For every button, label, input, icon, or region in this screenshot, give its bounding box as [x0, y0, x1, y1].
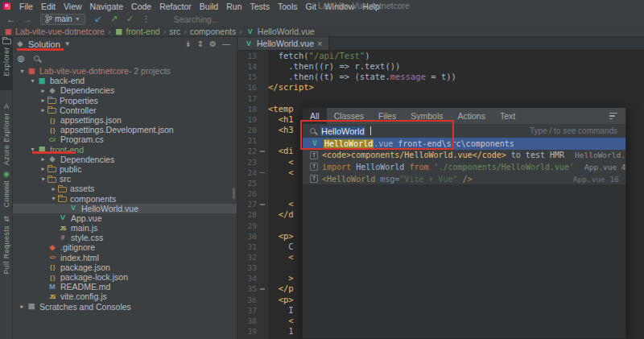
- chevron-down-icon[interactable]: ▾: [18, 68, 27, 75]
- chevron-down-icon[interactable]: ▾: [49, 195, 58, 202]
- chevron-down-icon[interactable]: ▾: [39, 176, 47, 183]
- locate-file-icon[interactable]: ◎: [16, 54, 26, 63]
- tree-item-package-lock-json[interactable]: { }package-lock.json: [13, 272, 237, 282]
- search-result-3[interactable]: Timport HelloWorld from './components/He…: [303, 161, 625, 173]
- breadcrumb-front-end[interactable]: ▦front-end: [114, 27, 160, 36]
- update-project-icon[interactable]: ↙: [90, 13, 106, 26]
- azure-icon: A: [4, 102, 9, 110]
- tree-item-controller[interactable]: ▸Controller: [13, 105, 237, 115]
- tree-item-src[interactable]: ▾src: [13, 174, 237, 184]
- popup-tab-classes[interactable]: Classes: [327, 108, 371, 124]
- tree-item-main-js[interactable]: JSmain.js: [13, 223, 237, 233]
- line-number: 30: [237, 231, 267, 242]
- line-number: 29: [237, 221, 267, 231]
- breadcrumb-lab-vite-vue-dotnetcore[interactable]: ▣Lab-vite-vue-dotnetcore: [3, 27, 105, 36]
- menu-refactor[interactable]: Refactor: [155, 2, 196, 11]
- git-branch-widget[interactable]: main ▼: [40, 14, 85, 25]
- tree-item-style-css[interactable]: #style.css: [13, 233, 237, 242]
- tree-item-back-end[interactable]: ▾▦back-end: [13, 76, 237, 85]
- chevron-right-icon[interactable]: ▸: [39, 97, 47, 104]
- popup-tab-actions[interactable]: Actions: [450, 108, 492, 124]
- editor-gutter: 1314151617181920212223242526272829303132…: [237, 51, 268, 339]
- toolwindow-explorer[interactable]: Explorer: [0, 37, 13, 90]
- tree-item-front-end[interactable]: ▾▦front-end: [13, 145, 237, 155]
- back-icon[interactable]: ←: [3, 13, 19, 26]
- chevron-right-icon[interactable]: ▸: [39, 106, 47, 114]
- search-result-1[interactable]: VHelloWorld.vue front-end\src\components: [303, 138, 625, 150]
- breadcrumb-src[interactable]: src: [169, 27, 180, 36]
- fold-marker-icon[interactable]: [260, 288, 265, 290]
- more-options-icon[interactable]: ⋮: [138, 13, 155, 26]
- tree-item-assets[interactable]: ▸assets: [13, 184, 237, 193]
- menu-view[interactable]: View: [60, 2, 86, 11]
- tree-scrollbar[interactable]: [233, 188, 235, 199]
- search-icon[interactable]: [34, 56, 39, 61]
- search-field[interactable]: HelloWorld Type / to see commands: [303, 124, 625, 138]
- markdown-icon: M: [47, 283, 57, 291]
- line-number: 36: [237, 295, 267, 305]
- search-result-2[interactable]: T<code>components/HelloWorld.vue</code> …: [303, 150, 625, 162]
- chevron-right-icon[interactable]: ▸: [49, 185, 58, 192]
- push-icon[interactable]: ↗: [106, 13, 122, 26]
- gear-icon[interactable]: ⚙: [209, 39, 217, 48]
- fold-marker-icon[interactable]: [260, 172, 265, 174]
- chevron-right-icon[interactable]: ▸: [18, 303, 27, 310]
- tree-item-helloworld-vue[interactable]: VHelloWorld.vue: [13, 204, 237, 213]
- tree-item-public[interactable]: ▸public: [13, 164, 237, 174]
- tree-item-index-html[interactable]: <>index.html: [13, 253, 237, 263]
- search-query-text[interactable]: HelloWorld: [320, 126, 365, 136]
- menu-edit[interactable]: Edit: [37, 2, 60, 11]
- fold-marker-icon[interactable]: [260, 204, 265, 205]
- toolwindow-azure-explorer[interactable]: AAzure Explorer: [0, 100, 13, 167]
- tree-item-properties[interactable]: ▸Properties: [13, 96, 237, 105]
- tree-item-components[interactable]: ▾components: [13, 193, 237, 203]
- popup-tab-text[interactable]: Text: [493, 108, 522, 124]
- collapse-all-icon[interactable]: ↡: [184, 39, 191, 48]
- tree-item-readme-md[interactable]: MREADME.md: [13, 282, 237, 291]
- filter-icon[interactable]: [609, 113, 617, 120]
- chevron-down-icon[interactable]: ▼: [64, 40, 71, 48]
- commit-check-icon[interactable]: ✓: [122, 13, 138, 26]
- hide-panel-icon[interactable]: —: [222, 39, 230, 48]
- popup-tab-files[interactable]: Files: [371, 108, 403, 124]
- tree-item-lab-vite-vue-dotnetcore[interactable]: ▾▣Lab-vite-vue-dotnetcore - 2 projects: [13, 66, 237, 76]
- tree-item-vite-config-js[interactable]: JSvite.config.js: [13, 291, 237, 301]
- tree-item-appsettings-json[interactable]: { }appsettings.json: [13, 115, 237, 125]
- line-number: 22: [237, 146, 267, 156]
- tree-item-scratches-and-consoles[interactable]: ▸▤Scratches and Consoles: [13, 302, 237, 312]
- close-icon[interactable]: ×: [317, 39, 322, 48]
- forward-icon[interactable]: →: [19, 13, 35, 26]
- search-result-4[interactable]: T<HelloWorld msg="Vite + Vue" />App.vue …: [303, 173, 625, 185]
- project-view-title[interactable]: Solution: [28, 39, 60, 49]
- chevron-down-icon[interactable]: ▾: [28, 77, 37, 85]
- menu-run[interactable]: Run: [222, 2, 246, 11]
- toolwindow-pull-requests[interactable]: ⇅Pull Requests: [0, 213, 13, 272]
- tab-helloworld-vue[interactable]: V HelloWorld.vue ×: [237, 37, 329, 50]
- menu-tests[interactable]: Tests: [246, 2, 274, 11]
- chevron-right-icon[interactable]: ▸: [39, 87, 47, 94]
- breadcrumb-helloworld-vue[interactable]: VHelloWorld.vue: [246, 27, 315, 36]
- menu-tools[interactable]: Tools: [274, 2, 302, 11]
- menu-navigate[interactable]: Navigate: [86, 2, 127, 11]
- tree-item-package-json[interactable]: { }package.json: [13, 263, 237, 272]
- tree-item-appsettings-development-json[interactable]: { }appsettings.Development.json: [13, 125, 237, 134]
- tree-item-dependencies[interactable]: ▸◈Dependencies: [13, 85, 237, 95]
- chevron-down-icon[interactable]: ▾: [28, 146, 37, 153]
- expand-selection-icon[interactable]: ⇕: [197, 39, 204, 48]
- menu-build[interactable]: Build: [196, 2, 222, 11]
- chevron-right-icon[interactable]: ▸: [39, 155, 47, 163]
- breadcrumb-components[interactable]: components: [190, 27, 236, 36]
- menu-code[interactable]: Code: [127, 2, 155, 11]
- popup-tab-all[interactable]: All: [303, 108, 327, 124]
- tree-item-program-cs[interactable]: C#Program.cs: [13, 134, 237, 144]
- tree-item-gitignore[interactable]: ◆.gitignore: [13, 242, 237, 252]
- popup-tab-symbols[interactable]: Symbols: [403, 108, 450, 124]
- tree-item-app-vue[interactable]: VApp.vue: [13, 213, 237, 223]
- tree-item-dependencies[interactable]: ▸◈Dependencies: [13, 155, 237, 164]
- toolwindow-commit[interactable]: ◉Commit: [0, 167, 13, 206]
- fold-marker-icon[interactable]: [260, 151, 265, 152]
- menu-file[interactable]: File: [15, 2, 37, 11]
- chevron-right-icon[interactable]: ▸: [39, 165, 47, 172]
- vue-icon: V: [246, 27, 255, 36]
- project-teal-icon: ▦: [37, 76, 47, 85]
